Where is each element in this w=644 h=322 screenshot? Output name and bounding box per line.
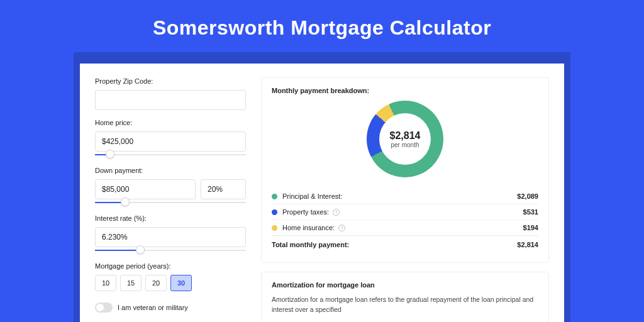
period-btn-20[interactable]: 20 <box>145 275 167 291</box>
period-btn-10[interactable]: 10 <box>95 275 116 291</box>
home-price-input[interactable] <box>95 131 246 152</box>
legend-value: $2,089 <box>517 192 538 200</box>
down-payment-pct-input[interactable] <box>201 179 246 199</box>
period-btn-15[interactable]: 15 <box>120 275 142 291</box>
legend-dot-icon <box>272 194 277 199</box>
home-price-slider-thumb[interactable] <box>106 150 114 158</box>
veteran-label: I am veteran or military <box>118 304 188 311</box>
calculator-card-outer: Property Zip Code: Home price: Down paym… <box>74 52 570 322</box>
legend-row: Property taxes:?$531 <box>272 204 538 219</box>
calculator-card: Property Zip Code: Home price: Down paym… <box>80 64 564 322</box>
home-price-label: Home price: <box>95 119 246 126</box>
amortization-title: Amortization for mortgage loan <box>272 281 538 289</box>
page-title: Somersworth Mortgage Calculator <box>0 0 644 52</box>
veteran-toggle[interactable] <box>95 303 113 313</box>
period-row: 10152030 <box>95 275 246 291</box>
interest-slider[interactable] <box>95 247 246 253</box>
results-column: Monthly payment breakdown: $2,814 per mo… <box>261 77 549 322</box>
legend-value: $194 <box>523 224 538 231</box>
donut-center-sub: per month <box>391 142 419 148</box>
down-payment-label: Down payment: <box>95 167 246 174</box>
down-payment-slider[interactable] <box>95 199 246 206</box>
legend-label: Property taxes:? <box>282 208 523 216</box>
legend-row: Principal & Interest:$2,089 <box>272 189 538 204</box>
info-icon[interactable]: ? <box>333 209 340 216</box>
zip-label: Property Zip Code: <box>95 77 246 85</box>
interest-label: Interest rate (%): <box>95 214 246 222</box>
interest-input[interactable] <box>95 227 246 247</box>
interest-slider-thumb[interactable] <box>136 245 145 254</box>
amortization-text: Amortization for a mortgage loan refers … <box>272 295 538 315</box>
legend-dot-icon <box>272 209 277 215</box>
legend-value: $531 <box>523 208 538 216</box>
total-value: $2,814 <box>517 241 538 248</box>
home-price-slider[interactable] <box>95 152 246 158</box>
info-icon[interactable]: ? <box>338 225 345 231</box>
breakdown-donut-chart: $2,814 per month <box>367 101 443 177</box>
period-btn-30[interactable]: 30 <box>170 275 192 291</box>
donut-center-value: $2,814 <box>390 130 421 142</box>
breakdown-title: Monthly payment breakdown: <box>272 87 538 94</box>
legend-label: Home insurance:? <box>282 224 523 231</box>
total-label: Total monthly payment: <box>272 241 517 248</box>
amortization-panel: Amortization for mortgage loan Amortizat… <box>261 272 549 322</box>
inputs-column: Property Zip Code: Home price: Down paym… <box>95 77 246 322</box>
down-payment-slider-thumb[interactable] <box>121 197 130 206</box>
legend-row: Home insurance:?$194 <box>272 219 538 235</box>
down-payment-input[interactable] <box>95 179 196 199</box>
zip-input[interactable] <box>95 90 246 110</box>
breakdown-panel: Monthly payment breakdown: $2,814 per mo… <box>261 77 549 263</box>
legend-label: Principal & Interest: <box>282 192 517 200</box>
legend-dot-icon <box>272 225 277 231</box>
period-label: Mortgage period (years): <box>95 262 246 270</box>
